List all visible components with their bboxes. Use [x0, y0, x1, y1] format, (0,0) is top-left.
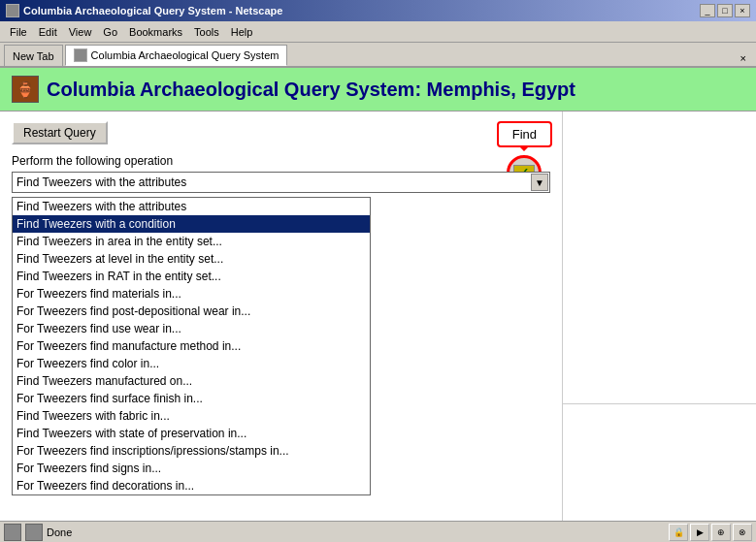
status-btn-3[interactable]: ⊕ — [711, 524, 731, 541]
right-panel — [562, 112, 756, 521]
left-panel: Restart Query Find ✓ Perform the followi… — [0, 112, 562, 521]
list-item[interactable]: Find Tweezers at level in the entity set… — [13, 250, 370, 268]
right-bottom-panel — [563, 404, 756, 521]
tab-bar: New Tab Columbia Archaeological Query Sy… — [0, 43, 756, 68]
menu-view[interactable]: View — [63, 24, 98, 40]
menu-go[interactable]: Go — [97, 24, 123, 40]
page-body: Restart Query Find ✓ Perform the followi… — [0, 112, 756, 521]
app-icon — [6, 4, 19, 17]
status-text: Done — [47, 526, 665, 538]
list-item[interactable]: For Tweezers find decorations in... — [13, 477, 370, 494]
find-label: Find — [512, 127, 537, 142]
tab-bar-close-button[interactable]: × — [735, 50, 752, 66]
title-bar-text: Columbia Archaeological Query System - N… — [23, 5, 282, 16]
operation-dropdown[interactable]: Find Tweezers with the attributes Find T… — [12, 172, 550, 193]
menu-file[interactable]: File — [4, 24, 33, 40]
status-btn-2[interactable]: ▶ — [690, 524, 709, 541]
title-bar: Columbia Archaeological Query System - N… — [0, 0, 756, 21]
list-item[interactable]: Find Tweezers with fabric in... — [13, 407, 370, 425]
menu-help[interactable]: Help — [225, 24, 259, 40]
listbox[interactable]: Find Tweezers with the attributesFind Tw… — [12, 197, 371, 495]
status-btn-1[interactable]: 🔒 — [669, 524, 688, 541]
find-callout: Find — [497, 121, 552, 147]
minimize-button[interactable]: _ — [700, 4, 715, 17]
title-bar-controls[interactable]: _ □ × — [700, 4, 750, 17]
page-header: 🏺 Columbia Archaeological Query System: … — [0, 68, 756, 112]
right-top-panel — [563, 112, 756, 404]
tab-new[interactable]: New Tab — [4, 45, 63, 66]
list-item[interactable]: For Tweezers find inscriptions/ipression… — [13, 442, 370, 460]
status-btn-4[interactable]: ⊗ — [733, 524, 752, 541]
list-item[interactable]: For Tweezers find use wear in... — [13, 320, 370, 337]
list-item[interactable]: For Tweezers find color in... — [13, 355, 370, 372]
dropdown-wrapper: Find Tweezers with the attributes Find T… — [12, 172, 550, 193]
operation-label: Perform the following operation — [12, 154, 550, 168]
status-bar: Done 🔒 ▶ ⊕ ⊗ — [0, 521, 756, 542]
list-item[interactable]: Find Tweezers in area in the entity set.… — [13, 233, 370, 250]
list-item[interactable]: For Tweezers find materials in... — [13, 285, 370, 303]
menu-tools[interactable]: Tools — [188, 24, 225, 40]
new-tab-label: New Tab — [13, 50, 54, 62]
status-right: 🔒 ▶ ⊕ ⊗ — [669, 524, 752, 541]
list-item[interactable]: Find Tweezers with the attributes — [13, 198, 370, 215]
maximize-button[interactable]: □ — [717, 4, 733, 17]
tab-active-label: Columbia Archaeological Query System — [91, 49, 279, 61]
list-item[interactable]: Find Tweezers with state of preservation… — [13, 425, 370, 442]
header-icon-glyph: 🏺 — [16, 80, 35, 99]
menu-edit[interactable]: Edit — [33, 24, 63, 40]
browser-content: 🏺 Columbia Archaeological Query System: … — [0, 68, 756, 521]
header-icon: 🏺 — [12, 76, 39, 103]
list-item[interactable]: Find Tweezers manufactured on... — [13, 372, 370, 390]
tab-favicon — [74, 48, 87, 62]
status-icon — [4, 524, 21, 541]
restart-query-button[interactable]: Restart Query — [12, 121, 108, 144]
list-item[interactable]: Find Tweezers in RAT in the entity set..… — [13, 268, 370, 285]
page-title: Columbia Archaeological Query System: Me… — [47, 79, 575, 101]
list-item[interactable]: Find Tweezers with a condition — [13, 215, 370, 233]
close-button[interactable]: × — [735, 4, 750, 17]
status-icon2 — [25, 524, 43, 541]
tab-active[interactable]: Columbia Archaeological Query System — [65, 45, 288, 66]
list-item[interactable]: For Tweezers find surface finish in... — [13, 390, 370, 407]
menu-bar: File Edit View Go Bookmarks Tools Help — [0, 21, 756, 43]
menu-bookmarks[interactable]: Bookmarks — [123, 24, 188, 40]
list-item[interactable]: For Tweezers find post-depositional wear… — [13, 303, 370, 320]
list-item[interactable]: For Tweezers find manufacture method in.… — [13, 337, 370, 355]
list-item[interactable]: For Tweezers find signs in... — [13, 460, 370, 477]
title-bar-left: Columbia Archaeological Query System - N… — [6, 4, 282, 17]
